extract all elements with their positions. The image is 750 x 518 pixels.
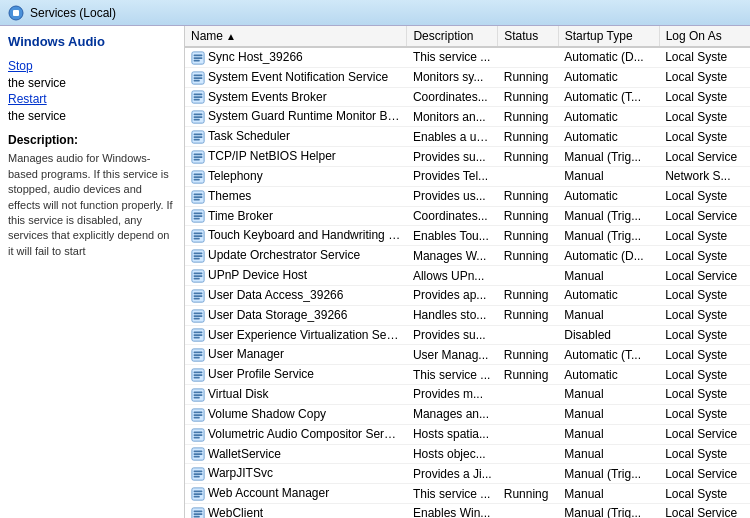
svg-rect-88 [194, 473, 203, 475]
service-logon-cell: Local Syste [659, 385, 750, 405]
table-row[interactable]: WarpJITSvcProvides a Ji...Manual (Trig..… [185, 464, 750, 484]
header-name[interactable]: Name▲ [185, 26, 407, 47]
svg-rect-45 [194, 258, 200, 260]
service-name-cell: System Guard Runtime Monitor Broker [185, 107, 407, 127]
service-status-cell: Running [498, 186, 559, 206]
table-row[interactable]: UPnP Device HostAllows UPn...ManualLocal… [185, 266, 750, 286]
svg-rect-39 [194, 233, 203, 235]
service-logon-cell: Local Syste [659, 444, 750, 464]
header-description[interactable]: Description [407, 26, 498, 47]
service-status-cell: Running [498, 285, 559, 305]
service-logon-cell: Local Syste [659, 87, 750, 107]
service-name-cell: User Experience Virtualization Service [185, 325, 407, 345]
svg-rect-85 [194, 456, 200, 458]
svg-rect-44 [194, 255, 203, 257]
svg-rect-57 [194, 317, 200, 319]
svg-rect-79 [194, 431, 203, 433]
svg-rect-73 [194, 397, 200, 399]
service-logon-cell: Local Service [659, 504, 750, 518]
table-row[interactable]: Task SchedulerEnables a us...RunningAuto… [185, 127, 750, 147]
service-logon-cell: Local Syste [659, 186, 750, 206]
service-status-cell [498, 385, 559, 405]
service-desc-cell: Manages an... [407, 404, 498, 424]
service-name-cell: WarpJITSvc [185, 464, 407, 484]
svg-rect-81 [194, 436, 200, 438]
title-bar-text: Services (Local) [30, 6, 116, 20]
service-name-cell: User Profile Service [185, 365, 407, 385]
table-row[interactable]: User Data Access_39266Provides ap...Runn… [185, 285, 750, 305]
service-startup-cell: Automatic [558, 127, 659, 147]
service-startup-cell: Manual (Trig... [558, 206, 659, 226]
svg-rect-91 [194, 491, 203, 493]
table-row[interactable]: Volumetric Audio Compositor ServiceHosts… [185, 424, 750, 444]
table-row[interactable]: User Data Storage_39266Handles sto...Run… [185, 305, 750, 325]
table-row[interactable]: TelephonyProvides Tel...ManualNetwork S.… [185, 166, 750, 186]
service-name-cell: System Events Broker [185, 87, 407, 107]
table-row[interactable]: Time BrokerCoordinates...RunningManual (… [185, 206, 750, 226]
table-row[interactable]: TCP/IP NetBIOS HelperProvides su...Runni… [185, 147, 750, 167]
service-status-cell [498, 404, 559, 424]
svg-rect-60 [194, 335, 203, 337]
service-status-cell: Running [498, 305, 559, 325]
service-startup-cell: Disabled [558, 325, 659, 345]
table-row[interactable]: User ManagerUser Manag...RunningAutomati… [185, 345, 750, 365]
table-row[interactable]: Touch Keyboard and Handwriting Panel Ser… [185, 226, 750, 246]
table-row[interactable]: Web Account ManagerThis service ...Runni… [185, 484, 750, 504]
svg-rect-15 [194, 114, 203, 116]
table-row[interactable]: System Events BrokerCoordinates...Runnin… [185, 87, 750, 107]
table-header-row: Name▲ Description Status Startup Type Lo… [185, 26, 750, 47]
table-row[interactable]: WalletServiceHosts objec...ManualLocal S… [185, 444, 750, 464]
service-startup-cell: Automatic [558, 285, 659, 305]
svg-rect-84 [194, 454, 203, 456]
service-logon-cell: Local Syste [659, 226, 750, 246]
service-name-cell: Telephony [185, 166, 407, 186]
service-desc-cell: Provides us... [407, 186, 498, 206]
service-status-cell: Running [498, 206, 559, 226]
service-logon-cell: Local Service [659, 424, 750, 444]
service-startup-cell: Automatic (T... [558, 345, 659, 365]
table-row[interactable]: Volume Shadow CopyManages an...ManualLoc… [185, 404, 750, 424]
table-row[interactable]: System Event Notification ServiceMonitor… [185, 67, 750, 87]
svg-rect-13 [194, 99, 200, 101]
header-logon[interactable]: Log On As [659, 26, 750, 47]
service-desc-cell: Coordinates... [407, 87, 498, 107]
svg-rect-40 [194, 235, 203, 237]
svg-rect-89 [194, 476, 200, 478]
restart-link[interactable]: Restart [8, 90, 176, 109]
header-status[interactable]: Status [498, 26, 559, 47]
svg-rect-75 [194, 411, 203, 413]
service-status-cell: Running [498, 147, 559, 167]
table-row[interactable]: ThemesProvides us...RunningAutomaticLoca… [185, 186, 750, 206]
service-startup-cell: Manual [558, 404, 659, 424]
table-row[interactable]: Update Orchestrator ServiceManages W...R… [185, 246, 750, 266]
table-row[interactable]: User Profile ServiceThis service ...Runn… [185, 365, 750, 385]
svg-rect-76 [194, 414, 203, 416]
service-logon-cell: Local Service [659, 464, 750, 484]
svg-rect-55 [194, 312, 203, 314]
table-row[interactable]: System Guard Runtime Monitor BrokerMonit… [185, 107, 750, 127]
service-desc-cell: Enables Tou... [407, 226, 498, 246]
service-name-cell: System Event Notification Service [185, 67, 407, 87]
stop-link[interactable]: Stop [8, 57, 176, 76]
table-row[interactable]: Virtual DiskProvides m...ManualLocal Sys… [185, 385, 750, 405]
table-row[interactable]: Sync Host_39266This service ...Automatic… [185, 47, 750, 67]
table-row[interactable]: User Experience Virtualization ServicePr… [185, 325, 750, 345]
service-logon-cell: Local Syste [659, 246, 750, 266]
svg-rect-43 [194, 253, 203, 255]
selected-service-name: Windows Audio [8, 34, 176, 49]
service-desc-cell: Coordinates... [407, 206, 498, 226]
service-desc-cell: This service ... [407, 484, 498, 504]
svg-rect-19 [194, 134, 203, 136]
services-list-panel: Name▲ Description Status Startup Type Lo… [185, 26, 750, 518]
header-startup[interactable]: Startup Type [558, 26, 659, 47]
service-logon-cell: Local Syste [659, 345, 750, 365]
service-status-cell: Running [498, 87, 559, 107]
service-name-cell: Time Broker [185, 206, 407, 226]
service-status-cell: Running [498, 484, 559, 504]
service-desc-cell: Manages W... [407, 246, 498, 266]
service-startup-cell: Manual (Trig... [558, 226, 659, 246]
svg-rect-71 [194, 391, 203, 393]
svg-rect-41 [194, 238, 200, 240]
svg-rect-64 [194, 354, 203, 356]
table-row[interactable]: WebClientEnables Win...Manual (Trig...Lo… [185, 504, 750, 518]
